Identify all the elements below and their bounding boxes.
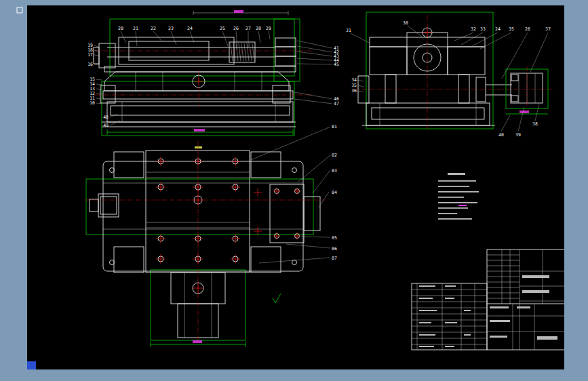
callout-label: 34 [351,77,357,83]
callout-label: 05 [332,235,337,241]
callout-label: 22 [151,26,156,31]
callout-label: 24 [495,26,501,32]
callout-label: 01 [332,124,337,129]
callout-label: 03 [332,168,337,174]
callout-label: 35 [351,83,357,88]
side-right-lower-callouts: 46 47 [294,92,339,106]
callout-label: 31 [346,28,351,33]
side-section-view: 20 21 22 23 24 25 26 27 28 29 41 [87,10,339,136]
callout-label: 21 [133,26,138,31]
drawing-canvas[interactable]: 20 21 22 23 24 25 26 27 28 29 41 [27,5,564,369]
callout-label: 37 [545,26,551,32]
plan-callouts: 01 02 03 04 05 06 07 [251,124,337,263]
callout-label: 04 [332,190,337,195]
callout-label: 45 [334,62,339,67]
callout-label: 30 [403,20,408,26]
callout-label: 38 [532,121,538,127]
title-block-text-marks [490,275,557,340]
parts-list-table [412,283,487,350]
end-section-view: 31 30 32 33 24 35 26 37 34 35 36 [346,12,553,138]
title-block [487,249,564,350]
callout-label: 39 [515,132,521,138]
callout-label: 29 [266,26,271,31]
application-workspace: 20 21 22 23 24 25 26 27 28 29 41 [0,0,588,381]
callout-label: 35 [509,26,514,32]
callout-label: 16 [87,62,93,67]
callout-label: 07 [332,256,337,261]
callout-label: 06 [332,246,337,252]
square-icon[interactable] [17,7,22,13]
callout-label: 02 [332,153,337,158]
end-callouts: 31 30 32 33 24 35 26 37 34 35 36 [346,20,551,138]
side-right-callouts: 41 42 43 44 45 [297,41,339,67]
callout-label: 40 [498,132,504,138]
callout-label: 25 [220,26,225,31]
callout-label: 49 [103,123,109,128]
technical-notes [438,173,479,220]
callout-label: 20 [118,26,123,31]
corner-swatch [27,361,36,369]
callout-label: 26 [233,26,239,31]
callout-label: 17 [87,52,93,58]
callout-label: 47 [334,101,339,106]
callout-label: 27 [246,26,251,31]
callout-label: 28 [256,26,261,31]
callout-label: 10 [90,100,95,106]
cad-drawing: 20 21 22 23 24 25 26 27 28 29 41 [27,5,564,369]
callout-label: 36 [351,88,357,94]
roughness-symbol [273,294,281,303]
bom-text-marks [419,285,471,347]
callout-label: 24 [187,26,193,31]
bolt-holes [156,157,262,264]
callout-label: 33 [480,26,486,32]
callout-label: 26 [525,26,530,32]
callout-label: 23 [168,26,174,31]
plan-view: 01 02 03 04 05 06 07 [85,124,337,347]
callout-label: 48 [103,115,109,120]
callout-label: 32 [471,26,476,32]
